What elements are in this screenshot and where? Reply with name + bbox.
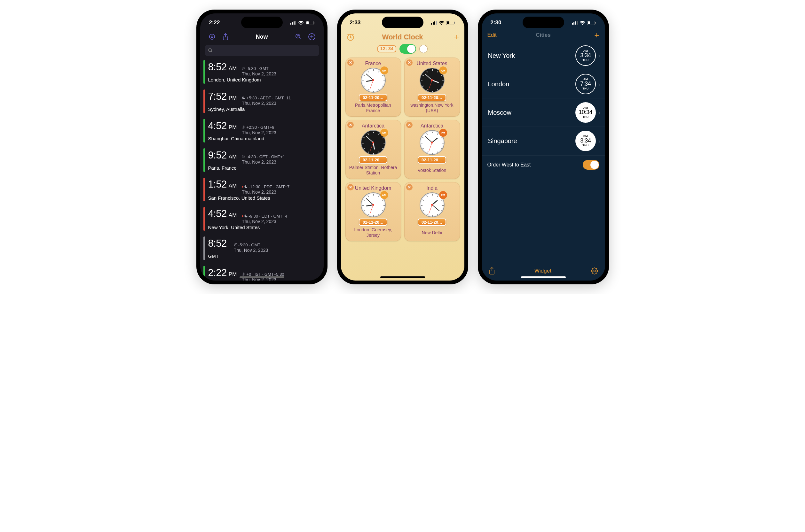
offset-label: -9:30 · EDT · GMT−4 <box>242 214 287 218</box>
city-label: New York <box>488 52 575 59</box>
digital-mode-button[interactable]: 12:34 <box>378 45 396 52</box>
status-bar: 2:30 <box>482 14 605 31</box>
close-button[interactable]: ✕ <box>406 184 413 190</box>
offset-label: -4:30 · CET · GMT+1 <box>242 154 285 159</box>
city-row[interactable]: 4:52 PM +2:30 · GMT+8 Thu, Nov 2, 2023 S… <box>203 117 321 146</box>
location-label: London, United Kingdom <box>208 77 319 82</box>
home-indicator[interactable] <box>240 277 284 278</box>
city-row[interactable]: 8:52 -5:30 · GMT Thu, Nov 2, 2023 GMT <box>203 234 321 264</box>
city-row[interactable]: Singapore PM 3:34 THU › <box>482 127 605 155</box>
location-label: San Francisco, United States <box>208 195 319 201</box>
offset-label: +2:30 · GMT+8 <box>242 125 276 130</box>
time-badge: AM 7:34 THU <box>575 74 596 94</box>
header-title: Cities <box>482 32 605 38</box>
status-color-bar <box>203 266 205 281</box>
time-value: 9:52 <box>208 150 227 161</box>
wifi-icon <box>439 21 444 25</box>
city-row[interactable]: 9:52 AM -4:30 · CET · GMT+1 Thu, Nov 2, … <box>203 146 321 176</box>
date-label: Thu, Nov 2, 2023 <box>242 71 276 76</box>
svg-rect-6 <box>314 22 314 24</box>
add-button[interactable]: + <box>594 30 599 40</box>
ampm-badge: AM <box>380 129 388 137</box>
add-button[interactable]: + <box>454 32 459 42</box>
analog-mode-button[interactable] <box>419 45 427 53</box>
clock-card[interactable]: ✕ France AM 02-11-20… Paris,Metropolitan… <box>345 58 401 117</box>
mode-toggle[interactable] <box>400 44 416 54</box>
signal-icon <box>290 21 296 25</box>
clock-card[interactable]: ✕ India PM 02-11-20… New Delhi <box>404 182 460 241</box>
date-button[interactable]: 02-11-20… <box>359 94 387 101</box>
svg-point-8 <box>209 34 215 40</box>
close-button[interactable]: ✕ <box>347 59 354 66</box>
home-indicator[interactable] <box>521 277 566 278</box>
app-title: World Clock <box>341 33 464 41</box>
widget-button[interactable]: Widget <box>495 268 591 274</box>
toolbar-title: Now <box>233 34 291 40</box>
status-color-bar <box>203 119 205 142</box>
location-label: New Delhi <box>422 227 442 238</box>
search-input[interactable] <box>205 45 319 56</box>
order-setting-row: Order West to East <box>482 155 605 174</box>
toolbar: Now <box>200 31 324 44</box>
close-button[interactable]: ✕ <box>406 59 413 66</box>
day-label: THU <box>583 116 589 118</box>
close-button[interactable]: ✕ <box>347 184 354 190</box>
svg-rect-20 <box>434 21 435 25</box>
svg-rect-21 <box>436 21 437 25</box>
header: Edit Cities + <box>482 31 605 41</box>
add-button[interactable] <box>307 32 317 41</box>
clock-card[interactable]: ✕ United Kingdom AM 02-11-20… London, Gu… <box>345 182 401 241</box>
wifi-icon <box>298 21 304 25</box>
city-row[interactable]: 8:52 AM -5:30 · GMT Thu, Nov 2, 2023 Lon… <box>203 58 321 88</box>
offset-label: +0 · IST · GMT+5:30 <box>242 272 284 277</box>
status-color-bar <box>203 60 205 84</box>
date-button[interactable]: 02-11-20… <box>359 156 387 164</box>
svg-rect-27 <box>573 22 574 25</box>
home-indicator[interactable] <box>380 277 425 278</box>
country-label: United Kingdom <box>355 185 391 191</box>
share-button[interactable] <box>489 267 495 275</box>
time-badge: AM 10:34 THU <box>575 102 596 123</box>
date-button[interactable]: 02-11-20… <box>418 94 446 101</box>
date-button[interactable]: 02-11-20… <box>359 218 387 226</box>
clock-card[interactable]: ✕ Antarctica PM 02-11-20… Vostok Station <box>404 120 460 179</box>
person-search-button[interactable] <box>294 32 303 41</box>
city-row[interactable]: 4:52 AM -9:30 · EDT · GMT−4 Thu, Nov 2, … <box>203 205 321 234</box>
city-row[interactable]: Moscow AM 10:34 THU › <box>482 98 605 127</box>
svg-rect-5 <box>306 21 309 24</box>
date-button[interactable]: 02-11-20… <box>418 156 446 164</box>
city-row[interactable]: London AM 7:34 THU › <box>482 70 605 98</box>
settings-button[interactable] <box>591 267 598 274</box>
wifi-icon <box>580 21 585 25</box>
phone-3: 2:30 Edit Cities + New York AM 3:34 THU … <box>478 10 609 284</box>
status-time: 2:30 <box>491 19 501 26</box>
location-label: Palmer Station, Rothera Station <box>348 165 399 176</box>
clock-card[interactable]: ✕ Antarctica AM 02-11-20… Palmer Station… <box>345 120 401 179</box>
time-value: 8:52 <box>208 238 227 249</box>
country-label: India <box>426 185 438 191</box>
daynight-icon <box>242 66 245 70</box>
city-row[interactable]: 2:22 PM +0 · IST · GMT+5:30 Thu, Nov 2, … <box>203 264 321 281</box>
close-button[interactable]: ✕ <box>347 122 354 128</box>
city-row[interactable]: New York AM 3:34 THU › <box>482 41 605 70</box>
svg-point-15 <box>243 156 244 157</box>
location-label: GMT <box>208 253 319 259</box>
svg-point-10 <box>297 35 298 36</box>
city-row[interactable]: 1:52 AM -12:30 · PDT · GMT−7 Thu, Nov 2,… <box>203 176 321 205</box>
offset-label: -12:30 · PDT · GMT−7 <box>242 184 290 189</box>
share-button[interactable] <box>221 32 230 41</box>
clock-card[interactable]: ✕ United States AM 02-11-20… washington,… <box>404 58 460 117</box>
svg-point-14 <box>243 127 244 128</box>
time-value: 10:34 <box>579 109 593 116</box>
city-label: Singapore <box>488 137 575 145</box>
svg-point-13 <box>243 68 244 69</box>
settings-button[interactable] <box>207 32 217 41</box>
location-label: washington,New York (USA) <box>407 102 457 113</box>
ampm-label: AM <box>229 154 237 160</box>
date-label: Thu, Nov 2, 2023 <box>242 189 290 195</box>
close-button[interactable]: ✕ <box>406 122 413 128</box>
date-button[interactable]: 02-11-20… <box>418 218 446 226</box>
city-row[interactable]: 7:52 PM +5:30 · AEDT · GMT+11 Thu, Nov 2… <box>203 88 321 117</box>
order-toggle[interactable] <box>583 160 599 170</box>
svg-rect-32 <box>595 22 596 24</box>
